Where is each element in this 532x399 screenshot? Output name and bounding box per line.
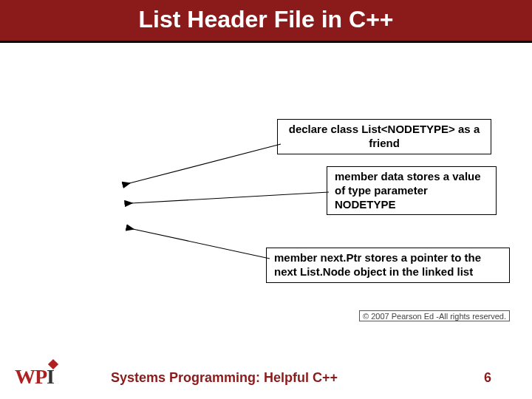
page-number: 6 (484, 370, 491, 386)
logo-p: P (35, 365, 47, 388)
slide-title: List Header File in C++ (0, 0, 532, 43)
footer: WPI Systems Programming: Helpful C++ 6 (0, 355, 532, 399)
logo-w: W (15, 365, 35, 388)
callout-next-ptr: member next.Ptr stores a pointer to the … (266, 248, 510, 283)
callout-member-data: member data stores a value of type param… (327, 166, 497, 215)
svg-line-1 (129, 144, 281, 183)
svg-line-2 (132, 192, 329, 203)
wpi-logo: WPI (15, 365, 54, 389)
svg-line-3 (133, 229, 270, 259)
footer-text: Systems Programming: Helpful C++ (111, 370, 338, 386)
copyright: © 2007 Pearson Ed -All rights reserved. (359, 310, 510, 321)
callout-friend: declare class List<NODETYPE> as a friend (277, 119, 491, 154)
